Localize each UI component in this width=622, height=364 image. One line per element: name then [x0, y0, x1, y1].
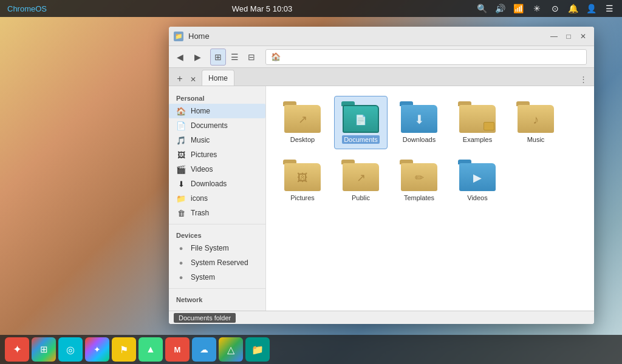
home-tab[interactable]: Home: [202, 70, 234, 86]
datetime-label: Wed Mar 5 10:03: [232, 4, 292, 13]
examples-folder-label: Examples: [463, 135, 492, 144]
new-tab-button[interactable]: +: [173, 72, 187, 86]
documents-folder-icon: 📄: [341, 101, 380, 133]
downloads-folder-icon: ⬇: [400, 101, 439, 133]
launcher-button[interactable]: ✦: [5, 337, 29, 362]
sidebar-item-system-reserved[interactable]: ● System Reserved: [169, 255, 265, 270]
downloads-folder-label: Downloads: [403, 135, 436, 144]
documents-folder-label: Documents: [342, 135, 380, 144]
bluetooth-icon[interactable]: ✳: [532, 4, 542, 13]
videos-folder-icon: ▶: [458, 160, 497, 191]
personal-section-header: Personal: [169, 91, 265, 104]
desktop-folder-overlay: ↗: [293, 110, 312, 129]
sidebar-documents-label: Documents: [191, 121, 228, 130]
file-manager-window: 📁 Home — □ ✕ ◀ ▶ ⊞ ☰ ⊟ 🏠 + ✕ Home ⋮ Pers: [169, 27, 594, 324]
cloud-button[interactable]: ☁: [192, 337, 216, 362]
menu-icon[interactable]: ☰: [605, 4, 615, 13]
battery-icon[interactable]: ⊙: [550, 4, 560, 13]
sidebar-item-music[interactable]: 🎵 Music: [169, 133, 265, 147]
sidebar-item-filesystem[interactable]: ● File System: [169, 241, 265, 255]
music-folder-icon: ♪: [516, 101, 555, 133]
pictures-folder-overlay: 🖼: [293, 168, 312, 187]
apps-button[interactable]: ⊞: [32, 337, 56, 362]
documents-sidebar-icon: 📄: [176, 121, 186, 130]
pictures-sidebar-icon: 🖼: [176, 150, 186, 160]
folder-examples[interactable]: Examples: [451, 96, 504, 149]
tab-close-button[interactable]: ✕: [187, 73, 199, 86]
grid-view-button[interactable]: ⊞: [210, 49, 226, 66]
examples-folder-icon: [458, 101, 497, 133]
pictures-folder-icon: 🖼: [283, 160, 322, 191]
gmail-button[interactable]: M: [165, 337, 190, 362]
sidebar-item-trash[interactable]: 🗑 Trash: [169, 206, 265, 220]
minimize-button[interactable]: —: [548, 30, 560, 42]
sidebar-item-icons[interactable]: 📁 icons: [169, 191, 265, 206]
videos-folder-label: Videos: [467, 194, 487, 202]
tab-bar: + ✕ Home ⋮: [169, 68, 594, 86]
content-area: Personal 🏠 Home 📄 Documents 🎵 Music 🖼 Pi…: [169, 86, 594, 311]
close-button[interactable]: ✕: [577, 30, 589, 42]
system-sidebar-icon: ●: [176, 272, 186, 282]
statusbar: Documents folder: [169, 311, 594, 324]
maximize-button[interactable]: □: [562, 30, 575, 42]
volume-icon[interactable]: 🔊: [496, 4, 505, 13]
folder-templates[interactable]: ✏ Templates: [392, 154, 446, 207]
android-button[interactable]: ▲: [138, 337, 163, 362]
public-folder-overlay: ↗: [351, 168, 371, 187]
sidebar-pictures-label: Pictures: [191, 150, 217, 159]
videos-folder-overlay: ▶: [468, 168, 487, 187]
folder-videos[interactable]: ▶ Videos: [451, 154, 504, 207]
back-button[interactable]: ◀: [173, 49, 188, 66]
templates-folder-label: Templates: [404, 194, 434, 202]
trash-sidebar-icon: 🗑: [176, 208, 186, 218]
sidebar-home-label: Home: [191, 107, 210, 115]
figma-button[interactable]: ✦: [85, 337, 109, 362]
folder-desktop[interactable]: ↗ Desktop: [276, 96, 329, 149]
list-view-button[interactable]: ☰: [227, 49, 243, 66]
files-button[interactable]: 📁: [245, 337, 270, 362]
tab-overflow-button[interactable]: ⋮: [576, 72, 590, 86]
sidebar-item-home[interactable]: 🏠 Home: [169, 104, 265, 118]
account-icon[interactable]: 👤: [587, 4, 596, 13]
sidebar-divider-1: [169, 224, 265, 224]
sidebar-trash-label: Trash: [191, 209, 209, 217]
taskbar: ✦ ⊞ ◎ ✦ ⚑ ▲ M ☁ △ 📁: [0, 335, 622, 364]
music-folder-label: Music: [527, 135, 545, 144]
home-sidebar-icon: 🏠: [176, 106, 186, 116]
folder-downloads[interactable]: ⬇ Downloads: [392, 96, 446, 149]
detail-view-button[interactable]: ⊟: [244, 49, 259, 66]
folder-music[interactable]: ♪ Music: [509, 96, 562, 149]
browser-button[interactable]: ◎: [58, 337, 83, 362]
templates-folder-icon: ✏: [400, 160, 439, 191]
public-folder-icon: ↗: [341, 160, 380, 191]
templates-folder-overlay: ✏: [409, 168, 429, 187]
sidebar-item-videos[interactable]: 🎬 Videos: [169, 162, 265, 177]
network-section-header: Network: [169, 292, 265, 305]
wifi-icon[interactable]: 📶: [514, 4, 524, 13]
sidebar-item-pictures[interactable]: 🖼 Pictures: [169, 147, 265, 162]
sidebar-item-system[interactable]: ● System: [169, 270, 265, 285]
desktop-folder-label: Desktop: [290, 135, 315, 144]
public-folder-label: Public: [352, 194, 370, 202]
sidebar-item-documents[interactable]: 📄 Documents: [169, 118, 265, 133]
file-grid: ↗ Desktop 📄 Documents ⬇: [266, 86, 594, 311]
folder-pictures[interactable]: 🖼 Pictures: [276, 154, 329, 207]
view-toggle-group: ⊞ ☰ ⊟: [210, 49, 259, 66]
window-title: Home: [188, 32, 543, 41]
keep-button[interactable]: ⚑: [112, 337, 136, 362]
tab-label: Home: [208, 74, 228, 83]
notification-bell-icon[interactable]: 🔔: [569, 4, 578, 13]
forward-button[interactable]: ▶: [190, 49, 205, 66]
brand-label: ChromeOS: [7, 4, 47, 13]
sidebar-music-label: Music: [191, 136, 210, 144]
search-icon[interactable]: 🔍: [477, 4, 487, 13]
folder-public[interactable]: ↗ Public: [334, 154, 388, 207]
pictures-folder-label: Pictures: [290, 194, 315, 202]
address-bar[interactable]: 🏠: [265, 49, 587, 65]
folder-documents[interactable]: 📄 Documents: [334, 96, 388, 149]
topbar: ChromeOS Wed Mar 5 10:03 🔍 🔊 📶 ✳ ⊙ 🔔 👤 ☰: [0, 0, 622, 17]
drive-button[interactable]: △: [219, 337, 243, 362]
icons-sidebar-icon: 📁: [176, 194, 186, 203]
sidebar-filesystem-label: File System: [191, 244, 229, 252]
sidebar-item-downloads[interactable]: ⬇ Downloads: [169, 177, 265, 191]
